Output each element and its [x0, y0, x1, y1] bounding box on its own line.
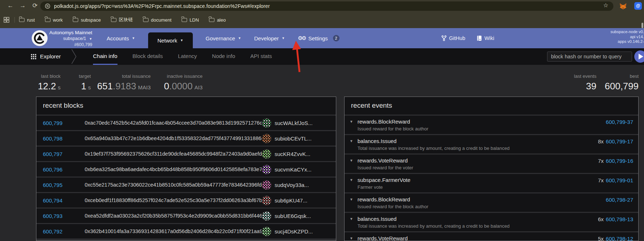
stat-last-block: last block 12.2s [38, 73, 61, 92]
query-submit-button[interactable] [634, 50, 644, 63]
block-author-link[interactable]: sucj4DsKZPD... [275, 228, 313, 235]
expand-caret-icon[interactable]: ▼ [350, 235, 357, 241]
event-block-link[interactable]: 600,798-13 [606, 216, 633, 222]
block-hash: 0xea52dfdf2aa03023a2cf20b35b58757f953c4e… [85, 213, 262, 219]
block-number-link[interactable]: 600,794 [43, 197, 69, 204]
identicon[interactable] [262, 227, 271, 236]
event-count: 5x [598, 236, 604, 241]
menu-network[interactable]: Network▼ [148, 32, 193, 48]
event-block-link[interactable]: 600,798-27 [606, 197, 633, 203]
bookmark-folder[interactable]: subspace [73, 17, 101, 23]
block-number-link[interactable]: 600,792 [43, 228, 69, 235]
block-author-link[interactable]: sucWALkfJoS... [275, 120, 312, 126]
expand-caret-icon[interactable]: ▼ [350, 157, 357, 170]
tab-api-stats[interactable]: API stats [250, 48, 272, 65]
event-block-link[interactable]: 600,799-17 [606, 138, 633, 144]
menu-accounts[interactable]: Accounts▼ [107, 28, 135, 48]
bookmark-folder[interactable]: rust [19, 17, 35, 23]
sidebar-item-explorer[interactable]: Explorer [31, 48, 61, 65]
block-number-link[interactable]: 600,795 [43, 182, 69, 188]
metamask-extension-icon[interactable] [619, 2, 627, 10]
identicon[interactable] [262, 211, 271, 221]
tab-block-details[interactable]: Block details [133, 48, 163, 65]
list-item: ▼ rewards.BlockReward Issued reward for … [345, 193, 638, 212]
identicon[interactable] [262, 196, 271, 205]
block-number-link[interactable]: 600,797 [43, 151, 69, 157]
block-hash: 0x362b410014fa3a73369314283617a0d56db240… [85, 228, 262, 234]
list-item: ▼ rewards.VoteReward Issued reward for t… [345, 232, 638, 241]
expand-caret-icon[interactable]: ▼ [350, 216, 357, 229]
block-hash: 0x19ef37f753f95692375626cf311de90dcfea45… [85, 151, 262, 157]
block-hash: 0xc55e2175ac23e7306022ce41b8510c0fc585a0… [85, 182, 262, 188]
block-author-link[interactable]: subUE6Gqsk... [275, 213, 311, 219]
block-number-link[interactable]: 600,796 [43, 166, 69, 173]
tab-node-info[interactable]: Node info [212, 48, 235, 65]
recent-events-panel: recent events ▼ rewards.BlockReward Issu… [344, 97, 639, 241]
block-number-link[interactable]: 600,793 [43, 213, 69, 219]
back-icon[interactable]: ← [6, 1, 15, 10]
chevron-down-icon: ▼ [132, 36, 135, 40]
event-block-link[interactable]: 600,799-37 [606, 119, 633, 125]
block-author-link[interactable]: sub6pKU47... [275, 197, 307, 204]
bookmark-folder[interactable]: work [45, 17, 63, 23]
event-count: 7x [598, 158, 604, 164]
expand-caret-icon[interactable]: ▼ [350, 177, 357, 190]
block-author-link[interactable]: sucKR4ZvvK... [275, 151, 310, 157]
block-hash: 0x65a940a33b47c72e1b6dbee4204db1f5335832… [85, 135, 262, 141]
forward-icon[interactable]: → [18, 1, 27, 10]
list-item: ▼ balances.Issued Total issuance was inc… [345, 213, 638, 231]
expand-caret-icon[interactable]: ▼ [350, 138, 357, 151]
identicon[interactable] [262, 149, 271, 159]
event-block-link[interactable]: 600,799-01 [606, 177, 633, 183]
recent-events-title: recent events [345, 97, 638, 115]
event-count: 6x [598, 216, 604, 222]
bookmark-folder[interactable]: 区块链 [111, 17, 133, 23]
event-block-link[interactable]: 600,799-16 [606, 158, 633, 164]
tab-latency[interactable]: Latency [178, 48, 197, 65]
block-author-link[interactable]: sucvmKaCYx... [275, 166, 312, 173]
head-block-number: #600,799 [48, 42, 92, 48]
bookmark-folder[interactable]: LDN [182, 17, 199, 23]
autonomys-logo[interactable] [32, 30, 48, 46]
expand-caret-icon[interactable]: ▼ [350, 196, 357, 209]
folder-icon [143, 18, 148, 22]
block-author-link[interactable]: sudqVoy33a... [275, 182, 309, 188]
apps-grid-icon[interactable] [4, 17, 9, 23]
bookmark-folder[interactable]: aleo [209, 17, 226, 23]
event-name: rewards.BlockReward [357, 119, 604, 125]
identicon[interactable] [262, 180, 271, 190]
url-bar[interactable]: polkadot.js.org/apps/?rpc=wss%3A%2F%2Frp… [40, 1, 613, 11]
network-selector[interactable]: subspace/1▼ [48, 36, 92, 42]
reload-icon[interactable]: ⟳ [30, 1, 40, 10]
stat-inactive-issuance: inactive issuance 0.0000AI3 [164, 73, 203, 92]
folder-icon [73, 18, 78, 22]
menu-governance[interactable]: Governance▼ [206, 28, 241, 48]
table-row: 600,792 0x362b410014fa3a73369314283617a0… [36, 224, 336, 238]
identicon[interactable] [262, 118, 271, 128]
block-search-input[interactable] [547, 52, 632, 62]
blue-extension-icon[interactable]: @ [634, 2, 642, 10]
tab-chain-info[interactable]: Chain info [93, 48, 117, 65]
bookmark-star-icon[interactable]: ☆ [603, 2, 608, 9]
block-number-link[interactable]: 600,799 [43, 120, 69, 126]
block-hash: 0xac70edc7452b5c42a5fd01fcaac4b054ccee3d… [85, 120, 262, 126]
identicon[interactable] [262, 134, 271, 143]
explorer-grid-icon [31, 54, 36, 59]
github-link[interactable]: GitHub [441, 35, 465, 41]
event-description: Issued reward for the block author [357, 204, 604, 209]
menu-developer[interactable]: Developer▼ [254, 28, 285, 48]
block-number-link[interactable]: 600,798 [43, 135, 69, 142]
block-author-link[interactable]: subiobCEvTL... [275, 135, 312, 142]
identicon[interactable] [262, 165, 271, 174]
table-row: 600,793 0xea52dfdf2aa03023a2cf20b35b5875… [36, 209, 336, 223]
block-hash: 0xb6ea325ac98ba6aedafec4bcb65bd48b858b95… [85, 166, 262, 172]
list-item: ▼ rewards.BlockReward Issued reward for … [345, 116, 638, 134]
event-block-link[interactable]: 600,798-12 [606, 236, 633, 241]
bookmark-folder[interactable]: document [143, 17, 172, 23]
expand-caret-icon[interactable]: ▼ [350, 119, 357, 131]
scrollbar-thumb[interactable] [641, 23, 643, 28]
wiki-link[interactable]: Wiki [477, 35, 494, 41]
event-name: balances.Issued [357, 138, 598, 144]
site-info-icon[interactable] [45, 3, 50, 9]
tab-strip: Chain infoBlock detailsLatencyNode infoA… [93, 48, 272, 65]
